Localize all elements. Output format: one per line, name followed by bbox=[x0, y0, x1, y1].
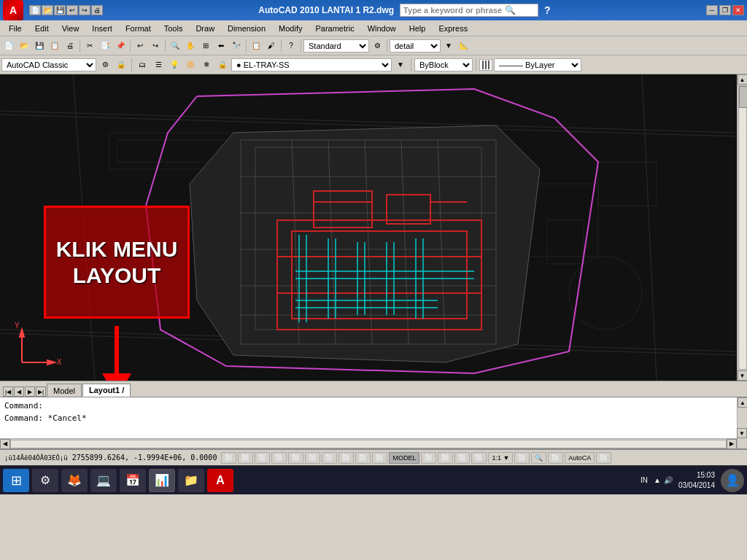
status-zoom-tool[interactable]: 🔍 bbox=[531, 452, 546, 464]
menu-modify[interactable]: Modify bbox=[273, 23, 308, 34]
status-dyn[interactable]: ⬜ bbox=[338, 452, 354, 464]
workspace-dropdown[interactable]: AutoCAD Classic bbox=[1, 58, 96, 71]
taskbar-app-calendar[interactable]: 📅 bbox=[120, 469, 146, 492]
help-icon[interactable]: ? bbox=[544, 4, 551, 16]
quick-access-print[interactable]: 🖨 bbox=[91, 5, 103, 15]
menu-file[interactable]: File bbox=[3, 23, 28, 34]
tb-layer-props[interactable]: 🗂 bbox=[135, 58, 150, 72]
tb-zoom-realtime[interactable]: 🔍 bbox=[168, 39, 182, 53]
status-vp[interactable]: ⬜ bbox=[514, 452, 530, 464]
menu-edit[interactable]: Edit bbox=[29, 23, 55, 34]
tab-nav-first[interactable]: |◀ bbox=[3, 386, 13, 397]
color-dropdown[interactable]: ByBlock bbox=[414, 58, 473, 71]
command-scrollbar[interactable]: ▲ ▼ bbox=[737, 397, 747, 448]
start-button[interactable]: ⊞ bbox=[3, 469, 29, 492]
taskbar-app-autocad[interactable]: A bbox=[207, 469, 233, 492]
status-scale[interactable]: 1:1 ▼ bbox=[488, 452, 513, 464]
tb-properties[interactable]: 📋 bbox=[249, 39, 263, 53]
tab-nav-last[interactable]: ▶| bbox=[36, 386, 46, 397]
hscroll-left[interactable]: ◀ bbox=[0, 439, 10, 449]
hscroll-track[interactable] bbox=[10, 440, 727, 448]
taskbar-app-folder[interactable]: 📁 bbox=[178, 469, 204, 492]
scroll-down-button[interactable]: ▼ bbox=[738, 370, 748, 381]
menu-help[interactable]: Help bbox=[403, 23, 432, 34]
status-lw[interactable]: ⬜ bbox=[355, 452, 371, 464]
tb-pan[interactable]: ✋ bbox=[183, 39, 198, 53]
named-view-dropdown[interactable]: detail bbox=[390, 39, 441, 52]
menu-insert[interactable]: Insert bbox=[86, 23, 118, 34]
menu-window[interactable]: Window bbox=[362, 23, 402, 34]
tab-nav-next[interactable]: ▶ bbox=[25, 386, 35, 397]
cmd-scroll-up[interactable]: ▲ bbox=[738, 397, 747, 408]
tb-zoom-all[interactable]: 🔭 bbox=[229, 39, 244, 53]
tb-paste[interactable]: 📌 bbox=[113, 39, 128, 53]
quick-access-redo[interactable]: ↪ bbox=[79, 5, 90, 15]
menu-dimension[interactable]: Dimension bbox=[222, 23, 271, 34]
linetype-dropdown[interactable]: ——— ByLayer bbox=[494, 58, 581, 71]
taskbar-app-settings[interactable]: ⚙ bbox=[32, 469, 58, 492]
status-snap[interactable]: ⬜ bbox=[221, 452, 236, 464]
tb-new[interactable]: 📄 bbox=[1, 39, 16, 53]
menu-format[interactable]: Format bbox=[120, 23, 157, 34]
menu-view[interactable]: View bbox=[56, 23, 85, 34]
status-paperspace[interactable]: ⬜ bbox=[421, 452, 436, 464]
tb-workspace-lock[interactable]: 🔒 bbox=[114, 58, 128, 72]
quick-access-new[interactable]: 📄 bbox=[29, 5, 41, 15]
systray-network[interactable]: ▲ bbox=[654, 476, 661, 484]
tb-matchprop[interactable]: 🖌 bbox=[264, 39, 279, 53]
menu-tools[interactable]: Tools bbox=[158, 23, 189, 34]
autocad-logo[interactable]: A bbox=[3, 0, 23, 20]
tb-layer-lock-btn[interactable]: 🔒 bbox=[215, 58, 230, 72]
status-otrack[interactable]: ⬜ bbox=[305, 452, 320, 464]
status-qp[interactable]: ⬜ bbox=[372, 452, 387, 464]
tb-layer-state[interactable]: ☰ bbox=[151, 58, 166, 72]
tb-workspace-settings[interactable]: ⚙ bbox=[98, 58, 112, 72]
quick-access-save[interactable]: 💾 bbox=[54, 5, 66, 15]
scroll-track[interactable] bbox=[738, 85, 747, 370]
status-annotation[interactable]: ⬜ bbox=[471, 452, 487, 464]
tb-cut[interactable]: ✂ bbox=[82, 39, 97, 53]
status-osnap[interactable]: ⬜ bbox=[288, 452, 303, 464]
tb-copy[interactable]: 📑 bbox=[98, 39, 112, 53]
menu-express[interactable]: Express bbox=[433, 23, 473, 34]
layer-dropdown[interactable]: ● EL-TRAY-SS bbox=[231, 58, 392, 71]
tb-workspace-btn[interactable]: ⚙ bbox=[370, 39, 384, 53]
taskbar-app-firefox[interactable]: 🦊 bbox=[61, 469, 88, 492]
system-clock[interactable]: 15:03 03/04/2014 bbox=[676, 470, 718, 491]
quick-access-undo[interactable]: ↩ bbox=[66, 5, 78, 15]
tab-layout1[interactable]: Layout1 / bbox=[82, 384, 131, 397]
taskbar-app-files[interactable]: 💻 bbox=[90, 469, 117, 492]
cmd-scroll-down[interactable]: ▼ bbox=[737, 428, 747, 438]
tb-zoom-prev[interactable]: ⬅ bbox=[214, 39, 228, 53]
tb-undo[interactable]: ↩ bbox=[133, 39, 147, 53]
tb-layer-more[interactable]: ▼ bbox=[393, 58, 408, 72]
systray-volume-icon[interactable]: 🔊 bbox=[664, 476, 673, 484]
search-box[interactable]: Type a keyword or phrase 🔍 bbox=[400, 4, 538, 17]
status-zoom-lock[interactable]: ⬜ bbox=[454, 452, 470, 464]
scroll-thumb[interactable] bbox=[739, 86, 748, 108]
workspace-style-dropdown[interactable]: Standard bbox=[303, 39, 369, 52]
tab-model[interactable]: Model bbox=[47, 384, 82, 397]
taskbar-app-calc[interactable]: 📊 bbox=[149, 469, 175, 492]
tb-open[interactable]: 📂 bbox=[17, 39, 31, 53]
restore-button[interactable]: ❐ bbox=[719, 5, 731, 15]
tab-nav-prev[interactable]: ◀ bbox=[14, 386, 24, 397]
status-polar[interactable]: ⬜ bbox=[271, 452, 287, 464]
tb-layer-freeze[interactable]: ❄ bbox=[199, 58, 214, 72]
status-ducs[interactable]: ⬜ bbox=[322, 452, 337, 464]
tb-zoom-window[interactable]: ⊞ bbox=[198, 39, 213, 53]
tb-viewport-btn[interactable]: 📐 bbox=[457, 39, 471, 53]
quick-access-open[interactable]: 📂 bbox=[42, 5, 53, 15]
status-workspace-sw[interactable]: ⬜ bbox=[596, 452, 611, 464]
scroll-up-button[interactable]: ▲ bbox=[738, 74, 748, 85]
tb-save[interactable]: 💾 bbox=[32, 39, 47, 53]
menu-draw[interactable]: Draw bbox=[190, 23, 220, 34]
menu-parametric[interactable]: Parametric bbox=[309, 23, 360, 34]
minimize-button[interactable]: ─ bbox=[706, 5, 718, 15]
tb-redo[interactable]: ↪ bbox=[148, 39, 163, 53]
user-avatar[interactable]: 👤 bbox=[721, 469, 744, 492]
status-autocad[interactable]: AutoCA bbox=[565, 452, 595, 464]
hscroll-right[interactable]: ▶ bbox=[727, 439, 737, 449]
status-ortho[interactable]: ⬜ bbox=[255, 452, 270, 464]
tb-layer-isolate[interactable]: 💡 bbox=[167, 58, 182, 72]
